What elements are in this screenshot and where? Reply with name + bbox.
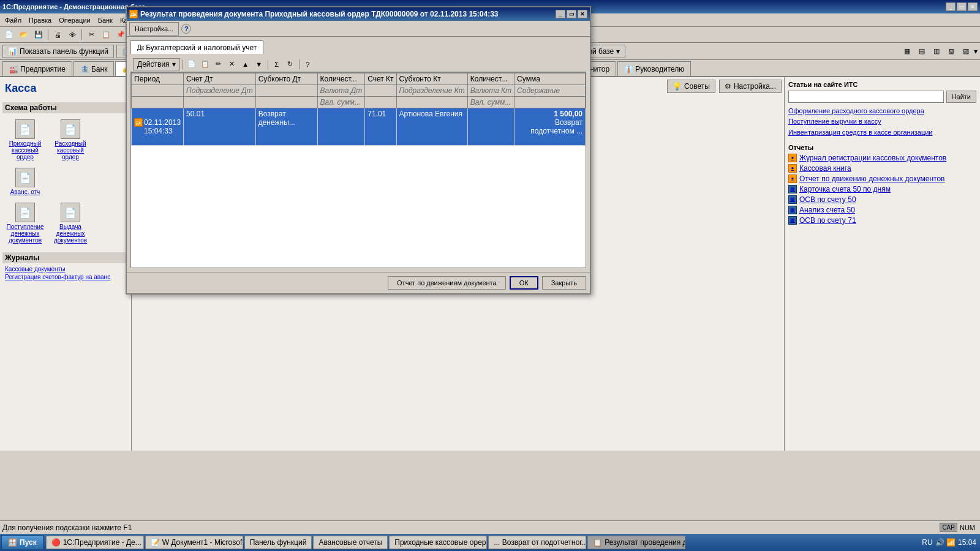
- taskbar-vozvrat[interactable]: ... Возврат от подотчетног...: [488, 536, 586, 549]
- tbl-sum-btn[interactable]: Σ: [271, 58, 283, 70]
- report-5[interactable]: ▦ Анализ счета 50: [788, 206, 976, 214]
- schema-title: Схема работы: [2, 102, 129, 113]
- tab-director[interactable]: 👔 Руководителю: [617, 61, 691, 76]
- close-dialog-btn[interactable]: Закрыть: [542, 276, 586, 290]
- open-btn[interactable]: 📂: [17, 28, 31, 42]
- nav-prihodny[interactable]: 📄 Приходный кассовый ордер: [4, 117, 47, 163]
- its-find-btn[interactable]: Найти: [946, 91, 976, 103]
- menu-bank[interactable]: Банк: [94, 15, 116, 25]
- its-link-2[interactable]: Инвентаризация средств в кассе организац…: [788, 128, 976, 137]
- view-btn-2[interactable]: ▤: [915, 45, 929, 58]
- its-link-0[interactable]: Оформление расходного кассового ордера: [788, 107, 976, 115]
- report-4[interactable]: ▦ ОСВ по счету 50: [788, 195, 976, 204]
- tbl-copy-btn[interactable]: 📋: [199, 58, 211, 70]
- tab-enterprise[interactable]: 🏭 Предприятие: [2, 61, 72, 76]
- kassovye-doc-link[interactable]: Кассовые документы: [5, 266, 126, 272]
- window-title: 1С:Предприятие - Демонстрационная база: [2, 3, 145, 10]
- its-link-1[interactable]: Поступление выручки в кассу: [788, 117, 976, 126]
- report-icon-3: ▦: [788, 185, 797, 193]
- actions-dropdown[interactable]: Действия ▾: [133, 58, 180, 70]
- ok-btn[interactable]: ОК: [510, 276, 538, 290]
- its-links: Оформление расходного кассового ордера П…: [788, 107, 976, 137]
- show-panel-btn[interactable]: 📊 Показать панель функций: [2, 45, 114, 58]
- dialog-title-text: Дк Результат проведения документа Приход…: [129, 10, 498, 18]
- dialog-help-icon[interactable]: ?: [181, 24, 191, 34]
- dialog-content: Дк Бухгалтерский и налоговый учет Действ…: [127, 37, 590, 272]
- taskbar-avans[interactable]: Авансовые отчеты: [313, 536, 388, 549]
- menu-edit[interactable]: Правка: [25, 15, 55, 25]
- dialog-restore-btn[interactable]: ▭: [567, 10, 576, 18]
- view-btn-1[interactable]: ▦: [900, 45, 914, 58]
- report-6[interactable]: ▦ ОСВ по счету 71: [788, 216, 976, 225]
- tbl-help-btn[interactable]: ?: [302, 58, 314, 70]
- its-search-row: Найти: [788, 91, 976, 103]
- toolbar-sep-1: [48, 29, 48, 40]
- nav-rashodny[interactable]: 📄 Расходный кассовый ордер: [49, 117, 92, 163]
- tbl-add-btn[interactable]: 📄: [186, 58, 198, 70]
- taskbar-prihodny[interactable]: Приходные кассовые орера: [389, 536, 487, 549]
- tbl-down-btn[interactable]: ▼: [253, 58, 265, 70]
- print-btn[interactable]: 🖨: [51, 28, 64, 42]
- its-search-input[interactable]: [788, 91, 944, 103]
- cell-period: Дк 02.11.2013 15:04:33: [132, 108, 184, 146]
- dialog-settings-btn[interactable]: Настройка...: [129, 22, 179, 36]
- table-row[interactable]: Дк 02.11.2013 15:04:33 50.01 Возврат ден…: [132, 108, 586, 146]
- menu-file[interactable]: Файл: [1, 15, 25, 25]
- dialog-minimize-btn[interactable]: _: [556, 10, 565, 18]
- avans-icon: 📄: [15, 168, 35, 187]
- tbl-edit-btn[interactable]: ✏: [213, 58, 225, 70]
- cell-subkonto-kt: Артюнова Евгения: [396, 108, 467, 146]
- th-account-dt: Счет Дт: [184, 73, 256, 85]
- save-btn[interactable]: 💾: [32, 28, 45, 42]
- dialog-footer: Отчет по движениям документа ОК Закрыть: [127, 272, 590, 293]
- taskbar-panel[interactable]: Панель функций: [244, 536, 312, 549]
- status-text: Для получения подсказки нажмите F1: [2, 523, 132, 532]
- th-subkonto-kt: Субконто Кт: [396, 73, 467, 85]
- taskbar-result[interactable]: 📋 Результат проведения д...33: [587, 536, 685, 549]
- report-1[interactable]: ● Кассовая книга: [788, 164, 976, 173]
- start-button[interactable]: 🪟 Пуск: [1, 535, 43, 550]
- report-icon-5: ▦: [788, 206, 797, 214]
- registration-link[interactable]: Регистрация счетов-фактур на аванс: [5, 274, 126, 280]
- tab-accounting-icon: Дк: [137, 44, 144, 51]
- report-2[interactable]: ● Отчет по движению денежных документов: [788, 174, 976, 183]
- советы-btn[interactable]: 💡 Советы: [667, 80, 715, 93]
- table-header-row-1: Период Счет Дт Субконто Дт Количест... С…: [132, 73, 586, 85]
- tbl-up-btn[interactable]: ▲: [239, 58, 252, 70]
- menu-operations[interactable]: Операции: [55, 15, 94, 25]
- view-btn-4[interactable]: ▧: [944, 45, 958, 58]
- report-0[interactable]: ● Журнал регистрации кассовых документов: [788, 154, 976, 162]
- status-bar: Для получения подсказки нажмите F1 CAP N…: [0, 520, 980, 534]
- close-btn[interactable]: ✕: [968, 2, 978, 11]
- report-icon-6: ▦: [788, 216, 797, 225]
- nav-avans[interactable]: 📄 Аванс. отч: [4, 165, 47, 198]
- dialog-tab-accounting[interactable]: Дк Бухгалтерский и налоговый учет: [130, 40, 263, 54]
- taskbar-word[interactable]: 📝 W Документ1 - Microsoft ...: [145, 536, 243, 549]
- nav-vydacha[interactable]: 📄 Выдача денежных документов: [49, 200, 92, 246]
- num-indicator: NUM: [957, 524, 978, 531]
- dialog-close-btn[interactable]: ✕: [578, 10, 587, 18]
- report-movements-btn[interactable]: Отчет по движениям документа: [388, 276, 506, 290]
- far-right-panel: Статьи на сайте ИТС Найти Оформление рас…: [784, 77, 980, 451]
- enterprise-icon: 🏭: [9, 65, 18, 73]
- report-3[interactable]: ▦ Карточка счета 50 по дням: [788, 185, 976, 193]
- tab-bank[interactable]: 🏦 Банк: [74, 61, 114, 76]
- view-btn-3[interactable]: ▥: [930, 45, 943, 58]
- settings2-icon: ⚙: [725, 82, 731, 91]
- row-icon: Дк: [134, 118, 143, 127]
- new-file-btn[interactable]: 📄: [2, 28, 16, 42]
- taskbar-1c[interactable]: 🔴 1С:Предприятие - Де...: [46, 536, 144, 549]
- th-qty-kt: Количест...: [467, 73, 514, 85]
- copy-btn[interactable]: 📋: [99, 28, 113, 42]
- nav-postuplenie[interactable]: 📄 Поступление денежных документов: [4, 200, 47, 246]
- cut-btn[interactable]: ✂: [85, 28, 98, 42]
- tbl-refresh-btn[interactable]: ↻: [284, 58, 296, 70]
- preview-btn[interactable]: 👁: [66, 28, 79, 42]
- nastroika-btn[interactable]: ⚙ Настройка...: [719, 80, 782, 93]
- restore-btn[interactable]: ▭: [957, 2, 967, 11]
- minimize-btn[interactable]: _: [946, 2, 956, 11]
- report-icon-0: ●: [788, 154, 797, 162]
- taskbar: 🪟 Пуск 🔴 1С:Предприятие - Де... 📝 W Доку…: [0, 534, 980, 551]
- view-btn-5[interactable]: ▨: [959, 45, 973, 58]
- tbl-delete-btn[interactable]: ✕: [226, 58, 238, 70]
